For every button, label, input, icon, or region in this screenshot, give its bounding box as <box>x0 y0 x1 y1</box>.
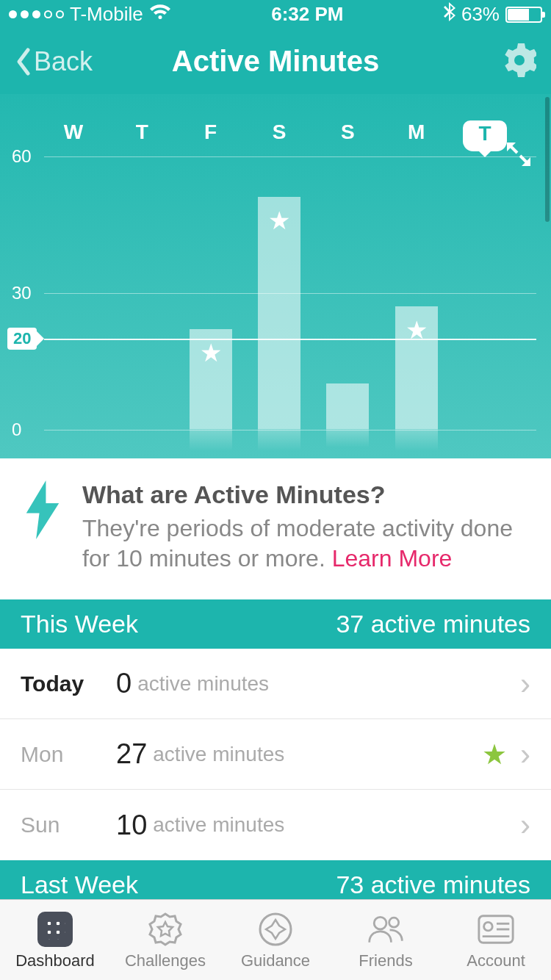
section-title: This Week <box>21 610 138 638</box>
scroll-indicator <box>545 97 550 222</box>
back-label: Back <box>34 46 93 77</box>
learn-more-link[interactable]: Learn More <box>332 545 453 572</box>
battery-pct: 63% <box>461 3 500 26</box>
active-minutes-chart[interactable]: WTFSSMT 0306020 ★★★ <box>0 94 551 458</box>
tab-dashboard[interactable]: Dashboard <box>0 900 110 980</box>
y-tick: 0 <box>12 419 21 440</box>
section-summary: 73 active minutes <box>336 871 530 899</box>
row-unit: active minutes <box>153 743 284 766</box>
star-icon: ★ <box>268 206 290 235</box>
bolt-icon <box>21 480 65 539</box>
chevron-right-icon: › <box>520 737 530 772</box>
star-icon: ★ <box>406 315 428 345</box>
star-icon: ★ <box>482 738 507 771</box>
chevron-left-icon <box>15 47 31 76</box>
info-body: They're periods of moderate activity don… <box>82 514 530 574</box>
section-header: This Week37 active minutes <box>0 599 551 649</box>
tab-account[interactable]: Account <box>441 900 551 980</box>
back-button[interactable]: Back <box>15 46 93 77</box>
carrier-label: T-Mobile <box>70 3 143 26</box>
chevron-right-icon: › <box>520 666 530 702</box>
y-tick: 30 <box>12 283 32 303</box>
account-icon <box>477 910 515 948</box>
bar-slot[interactable]: ★ <box>257 156 301 429</box>
tab-challenges[interactable]: Challenges <box>110 900 220 980</box>
bar: ★ <box>395 306 438 429</box>
info-card: What are Active Minutes? They're periods… <box>0 458 551 599</box>
day-label-3[interactable]: S <box>257 120 301 151</box>
guidance-icon <box>256 910 295 948</box>
row-value: 0 <box>116 668 132 699</box>
tab-guidance[interactable]: Guidance <box>220 900 331 980</box>
friends-icon <box>367 910 405 948</box>
signal-dots <box>9 10 64 18</box>
day-label-4[interactable]: S <box>325 120 370 151</box>
star-icon: ★ <box>200 338 222 367</box>
day-label-6[interactable]: T <box>463 120 507 151</box>
bar-slot[interactable] <box>463 156 507 429</box>
bar-slot[interactable] <box>325 156 370 429</box>
clock: 6:32 PM <box>271 3 343 26</box>
page-title: Active Minutes <box>172 45 379 78</box>
section-summary: 37 active minutes <box>336 610 530 638</box>
bar <box>326 383 369 429</box>
status-bar: T-Mobile 6:32 PM 63% <box>0 0 551 29</box>
y-tick: 60 <box>12 146 32 167</box>
bar: ★ <box>258 197 300 428</box>
info-title: What are Active Minutes? <box>82 480 530 509</box>
tab-friends[interactable]: Friends <box>331 900 441 980</box>
row-value: 27 <box>116 738 147 770</box>
day-label-5[interactable]: M <box>395 120 439 151</box>
wifi-icon <box>149 3 171 26</box>
section-title: Last Week <box>21 871 138 899</box>
history-row[interactable]: Today0 active minutes› <box>0 649 551 719</box>
dashboard-icon <box>37 912 73 947</box>
svg-point-2 <box>389 918 399 927</box>
gear-icon <box>503 43 536 77</box>
bar-slot[interactable]: ★ <box>395 156 439 429</box>
row-unit: active minutes <box>137 672 269 696</box>
history-row[interactable]: Sun10 active minutes› <box>0 790 551 860</box>
row-day-label: Mon <box>21 742 116 767</box>
nav-header: Back Active Minutes <box>0 29 551 94</box>
bar-slot[interactable] <box>51 156 96 429</box>
settings-button[interactable] <box>503 43 536 80</box>
svg-point-4 <box>484 922 493 931</box>
challenges-icon <box>146 910 184 948</box>
row-value: 10 <box>116 810 147 841</box>
battery-icon <box>505 7 542 23</box>
row-day-label: Today <box>21 671 116 696</box>
bar-slot[interactable]: ★ <box>189 156 233 429</box>
tab-bar: Dashboard Challenges Guidance Friends Ac… <box>0 899 551 980</box>
bar: ★ <box>190 329 232 429</box>
goal-marker: 20 <box>7 328 37 350</box>
day-label-1[interactable]: T <box>120 120 164 151</box>
expand-icon <box>505 141 532 167</box>
svg-point-1 <box>374 917 386 929</box>
row-day-label: Sun <box>21 813 116 837</box>
row-unit: active minutes <box>153 813 284 837</box>
history-row[interactable]: Mon27 active minutes★› <box>0 719 551 790</box>
day-label-0[interactable]: W <box>51 120 96 151</box>
bar-slot[interactable] <box>120 156 164 429</box>
chevron-right-icon: › <box>520 807 530 843</box>
bluetooth-icon <box>444 2 455 26</box>
day-label-2[interactable]: F <box>189 120 233 151</box>
